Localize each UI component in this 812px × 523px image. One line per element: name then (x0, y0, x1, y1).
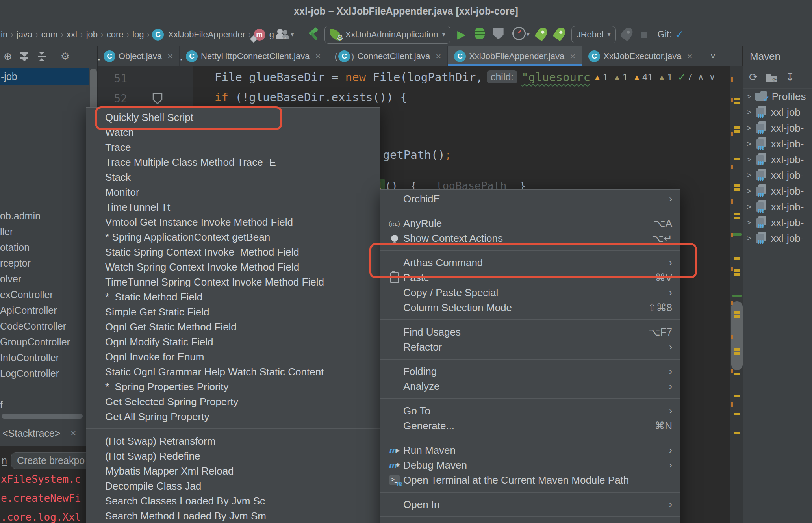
maven-refresh-icon[interactable]: ⟳ (749, 71, 758, 83)
menu-item[interactable]: Arthas Command › (380, 255, 680, 270)
stripe-mark-yellow[interactable] (734, 315, 740, 318)
stripe-mark-yellow[interactable] (734, 188, 740, 191)
maven-tree-row[interactable]: > m xxl-job- (743, 199, 812, 215)
stripe-mark-orange[interactable] (731, 233, 733, 237)
project-tree-item[interactable]: ob.admin (0, 208, 91, 224)
menu-item[interactable]: TimeTunnel Tt (86, 200, 380, 215)
chevron-right-icon[interactable]: > (747, 202, 751, 211)
menu-item[interactable]: Trace (86, 140, 380, 155)
inspections-warning-icon[interactable]: ▲1 (658, 72, 673, 83)
stripe-mark-yellow[interactable] (734, 158, 740, 160)
menu-item[interactable]: Static Ognl Grammar Help Watch Static Co… (86, 364, 380, 379)
menu-item[interactable]: Copy / Paste Special › (380, 285, 680, 300)
menu-item[interactable]: Quickly Shell Script (86, 110, 380, 125)
navigate-down-icon[interactable]: ∨ (709, 72, 716, 82)
stripe-mark-yellow[interactable] (734, 213, 740, 215)
stripe-mark-yellow[interactable] (734, 432, 740, 434)
stripe-mark-orange[interactable] (731, 132, 733, 136)
stripe-mark-orange[interactable] (731, 199, 733, 204)
chevron-right-icon[interactable]: > (747, 108, 751, 117)
stripe-mark-orange[interactable] (731, 77, 733, 82)
menu-item[interactable]: Open In › (380, 497, 680, 512)
project-tree-item[interactable]: exController (0, 287, 91, 302)
maven-tree-row[interactable]: > m xxl-job- (743, 136, 812, 152)
collapse-all-icon[interactable] (37, 51, 47, 62)
maven-tree-row[interactable]: > m xxl-job- (743, 152, 812, 167)
navigate-up-icon[interactable]: ∧ (697, 72, 704, 82)
stripe-mark-yellow[interactable] (734, 395, 740, 397)
menu-item[interactable]: * Spring ApplicationContext getBean (86, 230, 380, 245)
menu-item[interactable]: * Spring Properties Priority (86, 379, 380, 394)
menu-item[interactable]: Simple Get Static Field (86, 304, 380, 319)
menu-item[interactable]: Get All Spring Property (86, 409, 380, 424)
project-tree-item[interactable]: ller (0, 224, 91, 239)
code-line-floating[interactable]: .getPath(); (376, 148, 452, 161)
jrebel-selector[interactable]: JRebel ▾ (571, 26, 616, 43)
close-icon[interactable]: × (167, 51, 173, 62)
horizontal-scrollbar[interactable] (0, 412, 86, 421)
project-tree-item[interactable]: rceptor (0, 255, 91, 271)
expand-all-icon[interactable] (19, 51, 30, 62)
breadcrumb-segment[interactable]: java (16, 30, 33, 40)
project-tree-item[interactable]: InfoController (0, 350, 91, 365)
breadcrumb-segment[interactable]: com (41, 30, 59, 40)
code-with-me-icon[interactable] (276, 29, 290, 41)
breadcrumb-segment[interactable]: in (0, 30, 8, 40)
inspections-warning-icon[interactable]: ▲41 (633, 72, 653, 83)
menu-item[interactable]: Decompile Class Jad (86, 478, 380, 493)
menu-item[interactable]: Search Method Loaded By Jvm Sm (86, 508, 380, 523)
menu-item[interactable]: Column Selection Mode ⇧⌘8 › (380, 300, 680, 315)
menu-item[interactable]: Search Classes Loaded By Jvm Sc (86, 493, 380, 508)
stripe-mark-orange[interactable] (731, 98, 733, 102)
menu-item[interactable]: Ognl Invoke for Enum (86, 349, 380, 364)
stacktrace-error-line[interactable]: xFileSystem.c (1, 473, 81, 485)
stripe-mark-yellow[interactable] (734, 217, 740, 219)
menu-item[interactable]: Watch (86, 125, 380, 140)
breadcrumb-method[interactable]: g (269, 30, 275, 40)
menu-item[interactable]: Monitor (86, 185, 380, 200)
menu-item[interactable]: OrchidE › (380, 191, 680, 206)
maven-tree-row[interactable]: > m xxl-job- (743, 230, 812, 246)
create-breakpoint-chip[interactable]: Create breakpo (11, 452, 91, 469)
stripe-mark-yellow[interactable] (734, 184, 740, 187)
stripe-mark-orange[interactable] (731, 301, 733, 305)
chevron-right-icon[interactable]: > (747, 218, 751, 227)
inspections-warning-icon[interactable]: ▲1 (593, 72, 608, 83)
stripe-mark-yellow[interactable] (734, 130, 740, 133)
menu-item[interactable]: Analyze › (380, 379, 680, 394)
menu-item[interactable]: Find Usages ⌥F7 › (380, 325, 680, 339)
build-hammer-icon[interactable] (307, 28, 321, 41)
chevron-right-icon[interactable]: > (747, 234, 751, 243)
menu-item[interactable]: Trace Multiple Class Method Trace -E (86, 155, 380, 170)
code-with-me-caret-icon[interactable]: ▾ (291, 30, 294, 39)
stripe-mark-green[interactable] (732, 233, 742, 236)
menu-item[interactable]: TimeTunnel Spring Context Invoke Method … (86, 274, 380, 289)
inspections-ok-icon[interactable]: ✓7 (678, 72, 692, 83)
close-icon[interactable]: × (315, 51, 321, 62)
maven-tree-row[interactable]: > m xxl-job- (743, 215, 812, 230)
project-tree-item[interactable]: LogController (0, 365, 91, 381)
gutter-marker-icon[interactable] (152, 92, 163, 105)
menu-item[interactable]: Generate... ⌘N › (380, 418, 680, 433)
coverage-button[interactable] (493, 28, 504, 41)
project-tree-item[interactable]: olver (0, 271, 91, 287)
maven-download-icon[interactable]: ↧ (786, 71, 795, 83)
close-icon[interactable]: × (687, 51, 692, 62)
chevron-right-icon[interactable]: > (747, 139, 751, 148)
chevron-right-icon[interactable]: > (747, 92, 751, 101)
profiler-caret-icon[interactable]: ▾ (527, 31, 530, 38)
stripe-mark-orange[interactable] (731, 335, 733, 339)
menu-item[interactable]: Ognl Modify Static Field (86, 334, 380, 349)
stripe-mark-yellow[interactable] (734, 352, 740, 355)
breadcrumb-class[interactable]: XxlJobFileAppender (167, 30, 246, 40)
menu-item[interactable]: Static Spring Context Invoke Method Fiel… (86, 245, 380, 260)
jrebel-debug-button[interactable] (555, 27, 565, 42)
menu-item[interactable]: * Static Method Field (86, 289, 380, 304)
tab-connectclient-java[interactable]: ( C ) ConnectClient.java × (327, 46, 448, 66)
inspections-widget[interactable]: ▲1▲1▲41▲1✓7∧∨ (593, 72, 716, 83)
code-line-52[interactable]: if (!glueBaseDir.exists()) { (215, 91, 407, 104)
console-pane[interactable]: n Create breakpo xFileSystem.c e.createN… (0, 446, 97, 523)
inspections-warning-icon[interactable]: ▲1 (613, 72, 628, 83)
stripe-mark-yellow[interactable] (734, 311, 740, 314)
run-config-selector[interactable]: ⚙ XxlJobAdminApplication ▾ (324, 26, 451, 44)
